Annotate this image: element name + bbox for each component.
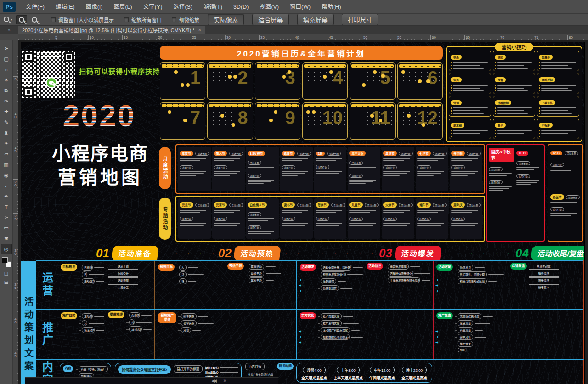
mindmap-branch[interactable]: 沉淀私域流量池 (79, 320, 104, 326)
tool-button[interactable]: T (1, 202, 12, 212)
resize-windows-checkbox[interactable]: 调整窗口大小以满屏显示 (51, 16, 114, 23)
mindmap-node[interactable]: 店铺复盘 (510, 263, 527, 270)
tool-button[interactable]: ✑ (1, 96, 12, 107)
menu-item[interactable]: 图层(L) (108, 0, 137, 14)
checkbox-icon[interactable] (51, 17, 56, 22)
mindmap-node[interactable]: 推广目的 (61, 312, 77, 319)
print-size-button[interactable]: 打印尺寸 (342, 14, 378, 25)
tool-button[interactable]: ➤ (1, 43, 12, 54)
mindmap-branch[interactable]: 老客获取 (178, 320, 224, 326)
mindmap-branch[interactable]: 活动流量 (126, 326, 152, 332)
menu-item[interactable]: 帮助(H) (316, 0, 346, 14)
mindmap-branch[interactable]: 场 (176, 278, 224, 284)
menu-item[interactable]: 图像(I) (80, 0, 108, 14)
mindmap-branch[interactable]: 销售情况 (529, 271, 581, 277)
foreground-color-swatch[interactable] (2, 257, 8, 263)
mindmap-branch[interactable]: 蓄销活动 (246, 264, 293, 270)
mindmap-branch[interactable]: 活动流程 (108, 277, 152, 283)
mindmap-branch[interactable]: 商品（秒杀、爆品） (76, 366, 108, 373)
mindmap-branch[interactable]: 物流发货 (455, 265, 507, 271)
chevron-down-icon[interactable]: ▾ (11, 17, 12, 22)
zoom-all-windows-checkbox[interactable]: 缩放所有窗口 (124, 16, 162, 23)
tool-button[interactable]: ◉ (1, 170, 12, 181)
mindmap-branch[interactable]: 社群运营 (318, 278, 363, 284)
zoom-tool-icon[interactable] (4, 17, 9, 23)
mindmap-node[interactable]: 活动监控 (367, 263, 383, 270)
tool-button[interactable]: ○ (1, 64, 12, 75)
tool-button[interactable]: ✶ (1, 75, 12, 85)
mindmap-node[interactable]: 预热推广渠道 (158, 312, 176, 323)
menu-item[interactable]: 文件(F) (20, 0, 50, 14)
tool-button[interactable]: ▥ (1, 159, 12, 170)
menu-item[interactable]: 编辑(E) (50, 0, 80, 14)
tool-button[interactable]: ▢ (1, 54, 12, 64)
mindmap-node[interactable]: 推广复盘 (436, 312, 453, 319)
mindmap-branch[interactable]: ROI (455, 348, 507, 352)
tool-button[interactable]: ◐ (1, 181, 12, 191)
mindmap-branch[interactable]: 场地主题 (108, 264, 152, 270)
zoom-out-button[interactable]: − (29, 15, 40, 24)
mindmap-branch[interactable]: 运营商品库存 (385, 264, 430, 270)
color-swatches[interactable] (1, 257, 11, 267)
mindmap-node[interactable]: 内容 (63, 365, 73, 372)
mindmap-branch[interactable]: 推广效果 (455, 341, 507, 347)
document-tab[interactable]: 2020小程序电商营销地图.jpg @ 12.5% (扫码可以获得小程序扶持, … (18, 26, 205, 34)
menu-item[interactable]: 窗口(W) (284, 0, 316, 14)
close-icon[interactable]: ✕ (223, 378, 227, 383)
mindmap-node[interactable]: 实时优化 (300, 312, 316, 319)
tab-close-icon[interactable]: × (198, 27, 201, 33)
vertical-ruler[interactable]: 51015202530354045 (13, 40, 18, 384)
menu-item[interactable]: 滤镜(T) (198, 0, 228, 14)
mindmap-branch[interactable]: 付费流量 (126, 319, 152, 325)
tool-button[interactable]: ➢ (1, 212, 12, 223)
horizontal-ruler[interactable]: 5101520253035404550556065707580 (18, 34, 588, 40)
checkbox-icon[interactable] (172, 17, 176, 22)
quick-mask-icon[interactable]: ◳ (4, 271, 8, 276)
mindmap-branch[interactable]: 人员分工 (108, 284, 152, 290)
mindmap-branch[interactable]: 其他手段 (246, 277, 293, 283)
actual-pixels-button[interactable]: 实际像素 (208, 14, 244, 25)
mindmap-branch[interactable]: 人 (176, 265, 224, 271)
mindmap-branch[interactable]: 推广页面优化 (318, 313, 363, 319)
mindmap-branch[interactable]: 其他 (178, 327, 224, 333)
mindmap-branch[interactable]: 流量数据完成度 (455, 313, 507, 319)
scroll-left-icon[interactable]: ◀◀ (211, 378, 216, 383)
mindmap-branch[interactable]: 活动推广利益点优化 (318, 327, 363, 333)
mindmap-branch[interactable]: 免费流量 (126, 312, 152, 318)
mindmap-branch[interactable]: 店铺流量 (455, 320, 507, 326)
canvas-area[interactable]: 扫码可以获得小程序扶持 2020 小程序电商 营销地图 2020营销日历&全年营… (18, 40, 588, 384)
mindmap-branch[interactable]: 活动曝光、引流获客 (79, 313, 104, 319)
mindmap-branch[interactable]: 目标完成率 (529, 264, 581, 270)
document[interactable]: 扫码可以获得小程序扶持 2020 小程序电商 营销地图 2020营销日历&全年营… (21, 42, 584, 384)
mindmap-branch[interactable]: 新客获取 (178, 313, 224, 319)
mindmap-branch[interactable]: 常规手段 (246, 271, 293, 277)
mindmap-branch[interactable]: 预售商品尾款催付 (318, 271, 363, 277)
mindmap-branch[interactable]: 活动链路 (79, 278, 104, 284)
mindmap-branch[interactable]: 售后跟进、问题处理 (455, 271, 507, 277)
fill-screen-button[interactable]: 填充屏幕 (297, 14, 334, 25)
mindmap-branch[interactable]: 目标拆解 (79, 265, 104, 271)
mindmap-branch[interactable]: 微客群运营 (318, 285, 363, 291)
mindmap-branch[interactable]: 新老客户 (529, 284, 581, 290)
menu-item[interactable]: 视图(V) (254, 0, 284, 14)
tool-button[interactable]: ✒ (1, 191, 12, 202)
menu-item[interactable]: 选择(S) (168, 0, 198, 14)
scrubby-zoom-checkbox[interactable]: 细微缩放 (172, 16, 199, 23)
mindmap-node[interactable]: 活动收尾 (436, 264, 453, 271)
mindmap-branch[interactable]: 目标规划 (79, 271, 104, 277)
menu-item[interactable]: 文字(Y) (138, 0, 168, 14)
tool-button[interactable]: ▱ (1, 149, 12, 159)
mindmap-node[interactable]: 活动爆发 (300, 264, 316, 271)
mindmap-branch[interactable]: 积分兑现活动或追加 (455, 278, 507, 284)
mindmap-branch[interactable]: 流量情况 (529, 277, 581, 283)
tool-button[interactable]: ▭ (1, 223, 12, 233)
mindmap-branch[interactable]: 商品流量 (455, 327, 507, 333)
mindmap-branch[interactable]: 物料设计 (108, 271, 152, 277)
mindmap-branch[interactable]: 货 (176, 271, 224, 277)
menu-item[interactable]: 3D(D) (228, 0, 254, 14)
tool-button[interactable]: ✱ (1, 233, 12, 244)
checkbox-icon[interactable] (124, 17, 129, 22)
mindmap-branch[interactable]: 借活动内容激活老用户 (79, 327, 104, 333)
panel-collapse-icon[interactable]: « (0, 26, 18, 34)
mindmap-branch[interactable]: 根据数据及时调整活动页面布局 (318, 334, 363, 340)
